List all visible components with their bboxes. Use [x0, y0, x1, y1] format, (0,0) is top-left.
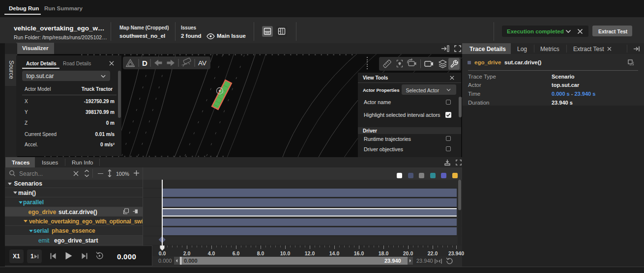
svg-text:AV: AV: [198, 59, 206, 67]
svg-text:D: D: [142, 59, 147, 67]
